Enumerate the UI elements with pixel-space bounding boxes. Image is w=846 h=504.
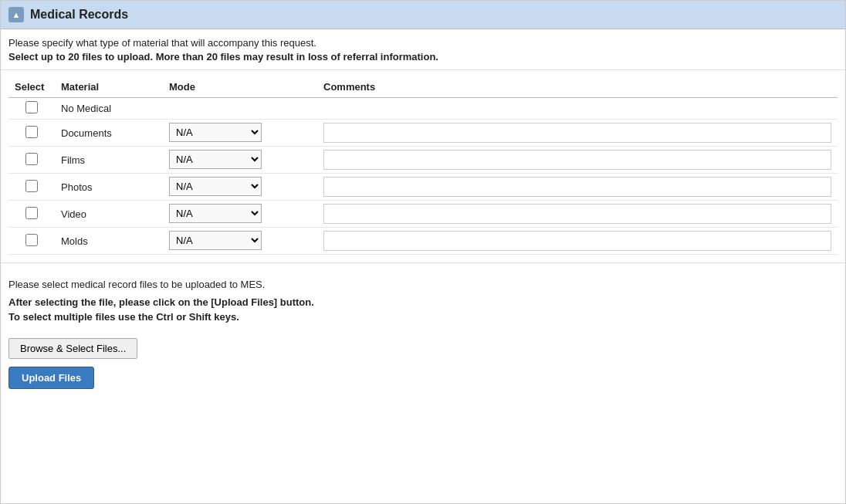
photos-checkbox[interactable] <box>25 180 38 192</box>
upload-info-text: Please select medical record files to be… <box>8 279 838 290</box>
video-label: Video <box>55 201 163 228</box>
instructions-section: Please specify what type of material tha… <box>1 29 845 70</box>
col-header-comments: Comments <box>317 76 838 98</box>
table-row: Photos N/A Original Copy Digital <box>8 174 838 201</box>
upload-section: Please select medical record files to be… <box>1 262 845 397</box>
documents-comment-input[interactable] <box>323 123 831 143</box>
col-header-mode: Mode <box>163 76 317 98</box>
video-comment-input[interactable] <box>323 204 831 224</box>
materials-table: Select Material Mode Comments No Medical <box>8 76 838 255</box>
molds-label: Molds <box>55 228 163 255</box>
no-medical-label: No Medical <box>55 98 163 120</box>
photos-label: Photos <box>55 174 163 201</box>
collapse-icon[interactable]: ▲ <box>8 7 24 22</box>
table-row: No Medical <box>8 98 838 120</box>
molds-mode-select[interactable]: N/A Original Copy Digital <box>169 231 262 250</box>
documents-label: Documents <box>55 120 163 147</box>
video-checkbox[interactable] <box>25 207 38 219</box>
materials-table-section: Select Material Mode Comments No Medical <box>1 76 845 255</box>
molds-checkbox[interactable] <box>25 234 38 246</box>
table-row: Films N/A Original Copy Digital <box>8 147 838 174</box>
col-header-material: Material <box>55 76 163 98</box>
instruction-line2: Select up to 20 files to upload. More th… <box>8 51 838 63</box>
films-comment-input[interactable] <box>323 150 831 170</box>
photos-mode-select[interactable]: N/A Original Copy Digital <box>169 177 262 196</box>
upload-files-button[interactable]: Upload Files <box>8 367 94 389</box>
main-container: ▲ Medical Records Please specify what ty… <box>0 0 846 504</box>
table-row: Molds N/A Original Copy Digital <box>8 228 838 255</box>
upload-bold-line1: After selecting the file, please click o… <box>8 296 838 308</box>
molds-comment-input[interactable] <box>323 231 831 251</box>
panel-title: Medical Records <box>30 8 128 22</box>
table-row: Documents N/A Original Copy Digital <box>8 120 838 147</box>
panel-header: ▲ Medical Records <box>1 1 845 29</box>
films-label: Films <box>55 147 163 174</box>
films-checkbox[interactable] <box>25 153 38 165</box>
browse-select-files-button[interactable]: Browse & Select Files... <box>8 338 137 359</box>
no-medical-checkbox[interactable] <box>25 101 38 113</box>
table-row: Video N/A Original Copy Digital <box>8 201 838 228</box>
instruction-line1: Please specify what type of material tha… <box>8 37 838 49</box>
documents-checkbox[interactable] <box>25 126 38 138</box>
table-header-row: Select Material Mode Comments <box>8 76 838 98</box>
video-mode-select[interactable]: N/A Original Copy Digital <box>169 204 262 223</box>
col-header-select: Select <box>8 76 55 98</box>
films-mode-select[interactable]: N/A Original Copy Digital <box>169 150 262 169</box>
photos-comment-input[interactable] <box>323 177 831 197</box>
upload-bold-line2: To select multiple files use the Ctrl or… <box>8 311 838 323</box>
documents-mode-select[interactable]: N/A Original Copy Digital <box>169 123 262 142</box>
